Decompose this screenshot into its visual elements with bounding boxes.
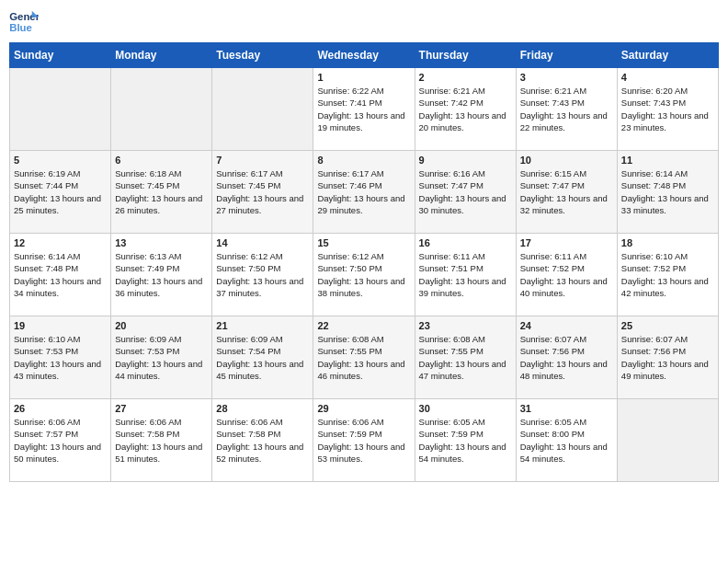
day-info: Sunrise: 6:09 AM Sunset: 7:54 PM Dayligh… xyxy=(216,333,309,382)
day-number: 2 xyxy=(419,72,512,83)
day-info: Sunrise: 6:22 AM Sunset: 7:41 PM Dayligh… xyxy=(317,85,410,133)
calendar-cell: 15Sunrise: 6:12 AM Sunset: 7:50 PM Dayli… xyxy=(313,234,415,316)
calendar-cell: 30Sunrise: 6:05 AM Sunset: 7:59 PM Dayli… xyxy=(415,399,516,482)
day-info: Sunrise: 6:21 AM Sunset: 7:42 PM Dayligh… xyxy=(419,85,512,133)
calendar-cell: 24Sunrise: 6:07 AM Sunset: 7:56 PM Dayli… xyxy=(516,316,617,399)
day-number: 7 xyxy=(216,155,309,166)
day-info: Sunrise: 6:15 AM Sunset: 7:47 PM Dayligh… xyxy=(520,167,613,216)
day-number: 23 xyxy=(419,320,512,331)
calendar-cell: 9Sunrise: 6:16 AM Sunset: 7:47 PM Daylig… xyxy=(415,151,516,234)
day-number: 14 xyxy=(216,237,309,248)
calendar-week-row: 12Sunrise: 6:14 AM Sunset: 7:48 PM Dayli… xyxy=(10,234,719,316)
day-number: 27 xyxy=(115,403,208,414)
day-number: 11 xyxy=(621,155,714,166)
weekday-header: Tuesday xyxy=(212,43,313,68)
day-number: 16 xyxy=(419,237,512,248)
day-info: Sunrise: 6:05 AM Sunset: 8:00 PM Dayligh… xyxy=(520,416,613,465)
calendar-table: SundayMondayTuesdayWednesdayThursdayFrid… xyxy=(9,42,719,482)
calendar-cell: 1Sunrise: 6:22 AM Sunset: 7:41 PM Daylig… xyxy=(313,68,415,151)
weekday-header: Wednesday xyxy=(313,43,415,68)
calendar-cell: 5Sunrise: 6:19 AM Sunset: 7:44 PM Daylig… xyxy=(10,151,111,234)
day-info: Sunrise: 6:06 AM Sunset: 7:58 PM Dayligh… xyxy=(115,416,208,465)
day-number: 6 xyxy=(115,155,208,166)
day-info: Sunrise: 6:07 AM Sunset: 7:56 PM Dayligh… xyxy=(621,333,714,382)
calendar-cell: 13Sunrise: 6:13 AM Sunset: 7:49 PM Dayli… xyxy=(111,234,212,316)
calendar-cell: 8Sunrise: 6:17 AM Sunset: 7:46 PM Daylig… xyxy=(313,151,415,234)
day-number: 13 xyxy=(115,237,208,248)
calendar-week-row: 26Sunrise: 6:06 AM Sunset: 7:57 PM Dayli… xyxy=(10,399,719,482)
logo: General Blue xyxy=(9,9,39,35)
day-number: 20 xyxy=(115,320,208,331)
day-info: Sunrise: 6:14 AM Sunset: 7:48 PM Dayligh… xyxy=(14,250,107,299)
logo-icon: General Blue xyxy=(9,9,39,35)
day-number: 3 xyxy=(520,72,613,83)
weekday-header: Monday xyxy=(111,43,212,68)
day-number: 17 xyxy=(520,237,613,248)
calendar-week-row: 5Sunrise: 6:19 AM Sunset: 7:44 PM Daylig… xyxy=(10,151,719,234)
day-info: Sunrise: 6:17 AM Sunset: 7:45 PM Dayligh… xyxy=(216,167,309,216)
day-number: 29 xyxy=(317,403,410,414)
day-number: 28 xyxy=(216,403,309,414)
day-info: Sunrise: 6:07 AM Sunset: 7:56 PM Dayligh… xyxy=(520,333,613,382)
day-number: 5 xyxy=(14,155,107,166)
day-number: 1 xyxy=(317,72,410,83)
page-header: General Blue xyxy=(9,9,719,35)
calendar-cell xyxy=(10,68,111,151)
calendar-week-row: 19Sunrise: 6:10 AM Sunset: 7:53 PM Dayli… xyxy=(10,316,719,399)
calendar-cell: 3Sunrise: 6:21 AM Sunset: 7:43 PM Daylig… xyxy=(516,68,617,151)
calendar-cell xyxy=(617,399,718,482)
day-info: Sunrise: 6:18 AM Sunset: 7:45 PM Dayligh… xyxy=(115,167,208,216)
day-info: Sunrise: 6:19 AM Sunset: 7:44 PM Dayligh… xyxy=(14,167,107,216)
day-info: Sunrise: 6:21 AM Sunset: 7:43 PM Dayligh… xyxy=(520,85,613,133)
day-info: Sunrise: 6:12 AM Sunset: 7:50 PM Dayligh… xyxy=(216,250,309,299)
calendar-cell: 12Sunrise: 6:14 AM Sunset: 7:48 PM Dayli… xyxy=(10,234,111,316)
calendar-cell: 23Sunrise: 6:08 AM Sunset: 7:55 PM Dayli… xyxy=(415,316,516,399)
day-info: Sunrise: 6:08 AM Sunset: 7:55 PM Dayligh… xyxy=(317,333,410,382)
day-info: Sunrise: 6:05 AM Sunset: 7:59 PM Dayligh… xyxy=(419,416,512,465)
calendar-cell: 11Sunrise: 6:14 AM Sunset: 7:48 PM Dayli… xyxy=(617,151,718,234)
day-number: 4 xyxy=(621,72,714,83)
calendar-cell: 25Sunrise: 6:07 AM Sunset: 7:56 PM Dayli… xyxy=(617,316,718,399)
calendar-cell: 18Sunrise: 6:10 AM Sunset: 7:52 PM Dayli… xyxy=(617,234,718,316)
weekday-header: Thursday xyxy=(415,43,516,68)
calendar-cell: 10Sunrise: 6:15 AM Sunset: 7:47 PM Dayli… xyxy=(516,151,617,234)
calendar-cell: 21Sunrise: 6:09 AM Sunset: 7:54 PM Dayli… xyxy=(212,316,313,399)
weekday-header-row: SundayMondayTuesdayWednesdayThursdayFrid… xyxy=(10,43,719,68)
day-number: 22 xyxy=(317,320,410,331)
calendar-cell: 6Sunrise: 6:18 AM Sunset: 7:45 PM Daylig… xyxy=(111,151,212,234)
day-number: 19 xyxy=(14,320,107,331)
calendar-cell: 27Sunrise: 6:06 AM Sunset: 7:58 PM Dayli… xyxy=(111,399,212,482)
day-info: Sunrise: 6:12 AM Sunset: 7:50 PM Dayligh… xyxy=(317,250,410,299)
day-info: Sunrise: 6:17 AM Sunset: 7:46 PM Dayligh… xyxy=(317,167,410,216)
day-number: 10 xyxy=(520,155,613,166)
calendar-cell xyxy=(212,68,313,151)
day-number: 12 xyxy=(14,237,107,248)
day-info: Sunrise: 6:08 AM Sunset: 7:55 PM Dayligh… xyxy=(419,333,512,382)
day-info: Sunrise: 6:10 AM Sunset: 7:52 PM Dayligh… xyxy=(621,250,714,299)
calendar-cell: 7Sunrise: 6:17 AM Sunset: 7:45 PM Daylig… xyxy=(212,151,313,234)
day-info: Sunrise: 6:06 AM Sunset: 7:58 PM Dayligh… xyxy=(216,416,309,465)
calendar-cell: 14Sunrise: 6:12 AM Sunset: 7:50 PM Dayli… xyxy=(212,234,313,316)
calendar-cell: 26Sunrise: 6:06 AM Sunset: 7:57 PM Dayli… xyxy=(10,399,111,482)
day-number: 9 xyxy=(419,155,512,166)
day-number: 31 xyxy=(520,403,613,414)
day-info: Sunrise: 6:11 AM Sunset: 7:51 PM Dayligh… xyxy=(419,250,512,299)
day-info: Sunrise: 6:11 AM Sunset: 7:52 PM Dayligh… xyxy=(520,250,613,299)
weekday-header: Sunday xyxy=(10,43,111,68)
svg-text:Blue: Blue xyxy=(9,22,32,33)
day-info: Sunrise: 6:13 AM Sunset: 7:49 PM Dayligh… xyxy=(115,250,208,299)
calendar-cell: 29Sunrise: 6:06 AM Sunset: 7:59 PM Dayli… xyxy=(313,399,415,482)
day-number: 21 xyxy=(216,320,309,331)
calendar-cell: 20Sunrise: 6:09 AM Sunset: 7:53 PM Dayli… xyxy=(111,316,212,399)
day-number: 18 xyxy=(621,237,714,248)
calendar-week-row: 1Sunrise: 6:22 AM Sunset: 7:41 PM Daylig… xyxy=(10,68,719,151)
calendar-cell: 31Sunrise: 6:05 AM Sunset: 8:00 PM Dayli… xyxy=(516,399,617,482)
calendar-cell: 2Sunrise: 6:21 AM Sunset: 7:42 PM Daylig… xyxy=(415,68,516,151)
day-number: 25 xyxy=(621,320,714,331)
weekday-header: Friday xyxy=(516,43,617,68)
day-number: 30 xyxy=(419,403,512,414)
day-info: Sunrise: 6:09 AM Sunset: 7:53 PM Dayligh… xyxy=(115,333,208,382)
day-info: Sunrise: 6:06 AM Sunset: 7:59 PM Dayligh… xyxy=(317,416,410,465)
day-info: Sunrise: 6:14 AM Sunset: 7:48 PM Dayligh… xyxy=(621,167,714,216)
day-info: Sunrise: 6:10 AM Sunset: 7:53 PM Dayligh… xyxy=(14,333,107,382)
